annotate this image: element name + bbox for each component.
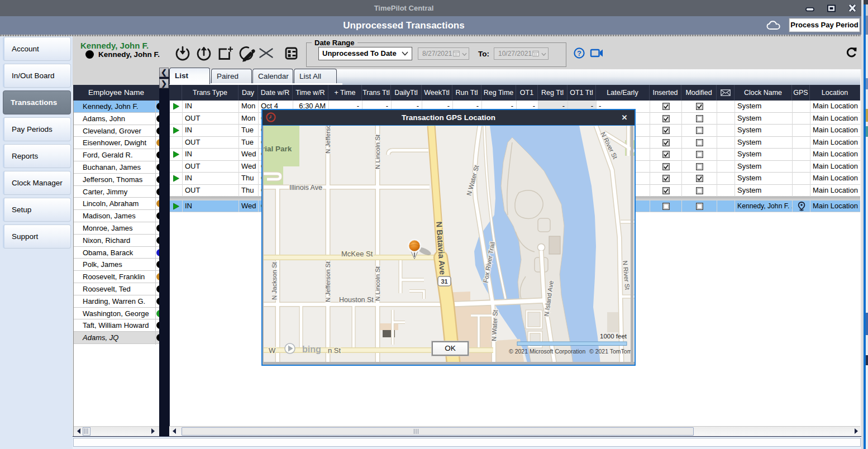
svg-text:1000 feet: 1000 feet [600, 333, 627, 340]
svg-text:N Jefferson St: N Jefferson St [325, 126, 331, 154]
svg-text:bing: bing [302, 345, 321, 354]
svg-text:© 2021 Microsoft Corporation: © 2021 Microsoft Corporation [509, 348, 585, 355]
svg-text:Houston St: Houston St [339, 296, 374, 304]
svg-text:n St: n St [328, 346, 341, 355]
svg-text:Illinois Ave: Illinois Ave [289, 184, 322, 192]
svg-text:McKee St: McKee St [341, 250, 373, 258]
svg-text:31: 31 [441, 278, 447, 284]
svg-text:N Jackson St: N Jackson St [271, 261, 278, 300]
svg-text:N Lincoln St: N Lincoln St [374, 266, 381, 301]
svg-text:© 2021 TomTom: © 2021 TomTom [589, 348, 632, 355]
svg-text:?: ? [577, 49, 581, 58]
svg-text:rial Park: rial Park [263, 145, 292, 153]
svg-text:N Jefferson St: N Jefferson St [325, 261, 331, 302]
svg-text:N Lincoln St: N Lincoln St [374, 134, 381, 169]
svg-text:W: W [269, 346, 276, 355]
